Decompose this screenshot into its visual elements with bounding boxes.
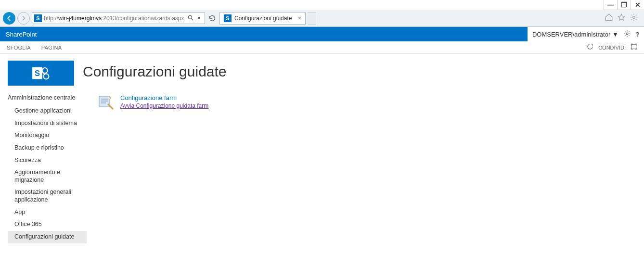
tab-title: Configurazioni guidate [234, 15, 292, 22]
nav-item-6[interactable]: Impostazioni generali applicazione [8, 186, 87, 206]
nav-item-5[interactable]: Aggiornamento e migrazione [8, 166, 87, 186]
suite-bar-right: DOMSERVER\administrator ▼ ? [528, 27, 644, 41]
sharepoint-logo[interactable]: S [8, 61, 74, 86]
tab-page[interactable]: PAGINA [41, 45, 62, 51]
sharepoint-favicon-icon: S [224, 14, 232, 22]
ribbon: SFOGLIA PAGINA CONDIVIDI [0, 41, 644, 54]
nav-header[interactable]: Amministrazione centrale [8, 94, 87, 101]
browser-tab[interactable]: S Configurazioni guidate × [219, 12, 306, 25]
nav-item-3[interactable]: Backup e ripristino [8, 142, 87, 154]
nav-item-7[interactable]: App [8, 206, 87, 219]
share-icon[interactable] [587, 43, 593, 51]
favorites-icon[interactable] [617, 13, 626, 24]
sharepoint-favicon-icon: S [34, 14, 42, 22]
left-nav: Amministrazione centrale Gestione applic… [8, 94, 87, 243]
refresh-button[interactable] [207, 13, 218, 24]
new-tab-button[interactable] [308, 12, 316, 25]
back-button[interactable] [3, 12, 15, 25]
chevron-down-icon: ▼ [612, 31, 618, 38]
nav-item-2[interactable]: Monitoraggio [8, 129, 87, 142]
gear-icon[interactable] [623, 30, 631, 39]
tab-close-icon[interactable]: × [297, 14, 301, 22]
forward-button[interactable] [17, 12, 30, 25]
nav-item-1[interactable]: Impostazioni di sistema [8, 117, 87, 130]
nav-item-9[interactable]: Configurazioni guidate [8, 231, 87, 243]
url-scheme: http:// [44, 15, 58, 22]
home-icon[interactable] [605, 13, 613, 24]
focus-icon[interactable] [631, 43, 637, 51]
search-icon[interactable] [187, 14, 195, 22]
nav-item-8[interactable]: Office 365 [8, 218, 87, 231]
wizard-icon [98, 94, 114, 110]
wizard-start-link[interactable]: Avvia Configurazione guidata farm [120, 102, 208, 109]
svg-text:S: S [35, 69, 40, 77]
url-host: win-j4umerglmvs [58, 15, 102, 22]
wizard-title: Configurazione farm [120, 94, 208, 101]
window-maximize-button[interactable]: ❐ [617, 0, 631, 10]
window-close-button[interactable]: ✕ [631, 0, 644, 10]
nav-item-0[interactable]: Gestione applicazioni [8, 105, 87, 117]
svg-point-3 [626, 33, 628, 35]
user-menu[interactable]: DOMSERVER\administrator ▼ [532, 31, 618, 38]
share-button[interactable]: CONDIVIDI [598, 45, 626, 51]
svg-point-0 [188, 15, 192, 19]
address-bar[interactable]: S http:// win-j4umerglmvs :2013/configur… [32, 13, 205, 24]
url-path: :2013/configurationwizards.aspx [102, 15, 184, 22]
svg-point-10 [109, 97, 111, 99]
svg-line-1 [192, 18, 193, 20]
search-dropdown-icon[interactable]: ▼ [197, 16, 202, 21]
svg-rect-4 [631, 44, 636, 49]
help-icon[interactable]: ? [636, 31, 639, 38]
nav-item-4[interactable]: Sicurezza [8, 154, 87, 167]
page-title: Configurazioni guidate [83, 63, 227, 80]
tools-icon[interactable] [630, 13, 638, 24]
tab-browse[interactable]: SFOGLIA [7, 45, 31, 51]
user-label: DOMSERVER\administrator [532, 31, 610, 38]
suite-brand[interactable]: SharePoint [6, 31, 37, 38]
window-minimize-button[interactable]: — [604, 0, 617, 10]
svg-point-2 [633, 16, 635, 18]
browser-toolbar: S http:// win-j4umerglmvs :2013/configur… [0, 10, 644, 27]
